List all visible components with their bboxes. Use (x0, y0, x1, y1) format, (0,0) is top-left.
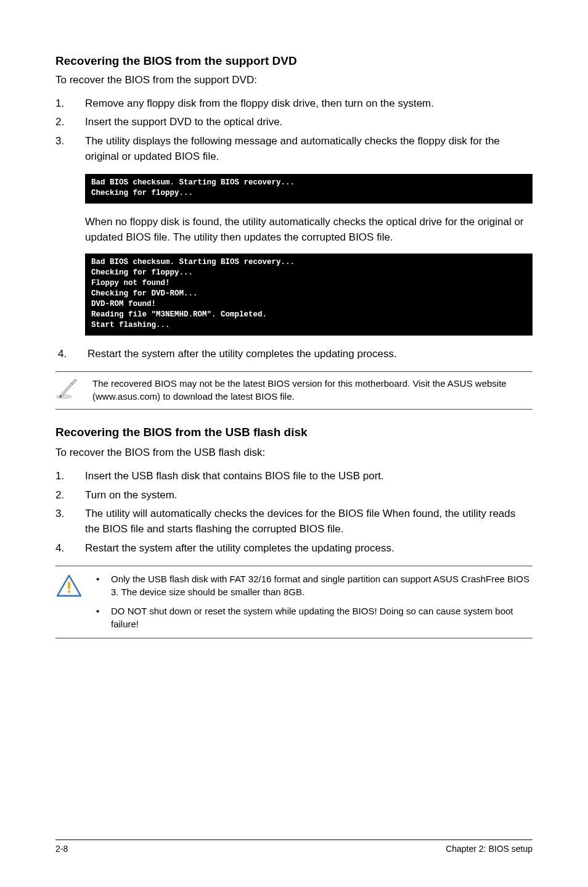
section1-heading: Recovering the BIOS from the support DVD (55, 54, 533, 68)
section1-mid-paragraph: When no floppy disk is found, the utilit… (85, 215, 533, 245)
terminal-output-1: Bad BIOS checksum. Starting BIOS recover… (85, 174, 533, 204)
step-text: The utility will automatically checks th… (85, 506, 533, 537)
note-block: The recovered BIOS may not be the latest… (55, 371, 533, 410)
warning-triangle-icon (55, 572, 92, 598)
step-text: Turn on the system. (85, 488, 533, 503)
step-4: 4. Restart the system after the utility … (55, 541, 533, 556)
bullet-marker: • (92, 604, 111, 630)
section1-step-4: 4. Restart the system after the utility … (58, 347, 533, 362)
warning-item-2: • DO NOT shut down or reset the system w… (92, 604, 533, 630)
warning-block: • Only the USB flash disk with FAT 32/16… (55, 566, 533, 638)
page-number: 2-8 (55, 844, 68, 854)
bullet-text: DO NOT shut down or reset the system whi… (111, 604, 533, 630)
svg-rect-2 (68, 582, 70, 589)
step-1: 1. Remove any floppy disk from the flopp… (55, 96, 533, 112)
step-number: 1. (55, 96, 85, 112)
step-number: 3. (55, 506, 85, 537)
step-text: Restart the system after the utility com… (88, 347, 533, 362)
step-text: The utility displays the following messa… (85, 134, 533, 164)
step-1: 1. Insert the USB flash disk that contai… (55, 469, 533, 484)
svg-point-0 (57, 395, 71, 398)
step-text: Insert the support DVD to the optical dr… (85, 115, 533, 130)
step-text: Insert the USB flash disk that contains … (85, 469, 533, 484)
section1-intro: To recover the BIOS from the support DVD… (55, 73, 533, 88)
section1-steps-1-3: 1. Remove any floppy disk from the flopp… (55, 96, 533, 165)
step-number: 4. (58, 347, 88, 362)
step-number: 2. (55, 488, 85, 503)
svg-point-3 (68, 590, 71, 593)
section2-intro: To recover the BIOS from the USB flash d… (55, 445, 533, 460)
warning-bullets: • Only the USB flash disk with FAT 32/16… (92, 572, 533, 630)
step-3: 3. The utility displays the following me… (55, 134, 533, 164)
warning-item-1: • Only the USB flash disk with FAT 32/16… (92, 572, 533, 598)
note-text: The recovered BIOS may not be the latest… (92, 377, 533, 403)
step-4: 4. Restart the system after the utility … (58, 347, 533, 362)
page-footer: 2-8 Chapter 2: BIOS setup (55, 840, 533, 854)
step-2: 2. Turn on the system. (55, 488, 533, 503)
section2-heading: Recovering the BIOS from the USB flash d… (55, 426, 533, 439)
bullet-marker: • (92, 572, 111, 598)
section2-steps: 1. Insert the USB flash disk that contai… (55, 469, 533, 556)
chapter-label: Chapter 2: BIOS setup (446, 844, 533, 854)
step-text: Remove any floppy disk from the floppy d… (85, 96, 533, 112)
terminal-output-2: Bad BIOS checksum. Starting BIOS recover… (85, 254, 533, 335)
step-number: 2. (55, 115, 85, 130)
step-number: 3. (55, 134, 85, 164)
bullet-text: Only the USB flash disk with FAT 32/16 f… (111, 572, 533, 598)
step-number: 1. (55, 469, 85, 484)
step-3: 3. The utility will automatically checks… (55, 506, 533, 537)
pen-note-icon (55, 377, 92, 400)
warning-text: • Only the USB flash disk with FAT 32/16… (92, 572, 533, 630)
step-text: Restart the system after the utility com… (85, 541, 533, 556)
step-2: 2. Insert the support DVD to the optical… (55, 115, 533, 130)
step-number: 4. (55, 541, 85, 556)
